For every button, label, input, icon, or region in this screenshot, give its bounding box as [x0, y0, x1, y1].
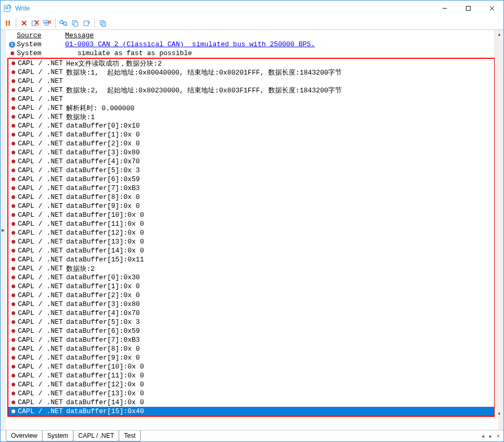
log-row[interactable]: CAPL / .NETdataBuffer[13]:0x 0 [8, 389, 494, 398]
log-row[interactable]: CAPL / .NETdataBuffer[2]:0x 0 [8, 291, 494, 300]
log-row[interactable]: System simulate as fast as possible [7, 49, 495, 58]
log-row[interactable]: iSystem01-0003 CAN 2 (Classical CAN) sim… [7, 40, 495, 49]
log-row[interactable]: CAPL / .NETdataBuffer[8]:0x 0 [8, 193, 494, 202]
log-row[interactable]: CAPL / .NETHex文件读取成功，数据分块:2 [8, 59, 494, 68]
copy-icon[interactable] [70, 18, 80, 28]
export-icon[interactable] [81, 18, 92, 28]
log-row[interactable]: CAPL / .NETdataBuffer[4]:0x70 [8, 309, 494, 318]
clear-group-icon[interactable] [42, 18, 52, 28]
log-row[interactable]: CAPL / .NET数据块:1, 起始地址:0x80040000, 结束地址:… [8, 68, 494, 77]
log-row[interactable]: CAPL / .NETdataBuffer[2]:0x 0 [8, 139, 494, 148]
tab-scroll-right-icon[interactable]: ► [488, 434, 493, 439]
scroll-down-icon[interactable]: ▼ [495, 409, 503, 418]
log-row[interactable]: CAPL / .NET数据块:2, 起始地址:0x80230000, 结束地址:… [8, 86, 494, 94]
tab-overview[interactable]: Overview [6, 430, 43, 441]
row-source: CAPL / .NET [18, 381, 66, 388]
bullet-icon [12, 169, 15, 172]
pause-icon[interactable] [3, 18, 13, 28]
row-message[interactable]: 01-0003 CAN 2 (Classical CAN) simulated … [65, 40, 495, 48]
log-row[interactable]: CAPL / .NETdataBuffer[10]:0x 0 [8, 211, 494, 219]
log-row[interactable]: CAPL / .NET数据块:1 [8, 112, 494, 121]
row-source: CAPL / .NET [18, 68, 66, 76]
log-row[interactable]: CAPL / .NETdataBuffer[14]:0x 0 [8, 398, 494, 407]
log-row[interactable]: CAPL / .NETdataBuffer[15]:0x40 [8, 407, 494, 416]
bullet-icon [12, 311, 15, 315]
log-row[interactable]: CAPL / .NETdataBuffer[11]:0x 0 [8, 219, 494, 228]
row-message: dataBuffer[15]:0x40 [66, 407, 494, 415]
log-row[interactable]: CAPL / .NETdataBuffer[7]:0xB3 [8, 184, 494, 193]
row-message: dataBuffer[9]:0x 0 [66, 202, 494, 210]
row-source: CAPL / .NET [18, 59, 66, 67]
log-row[interactable]: CAPL / .NETdataBuffer[12]:0x 0 [8, 228, 494, 237]
log-row[interactable]: CAPL / .NETdataBuffer[1]:0x 0 [8, 282, 494, 291]
log-row[interactable]: CAPL / .NETdataBuffer[6]:0x59 [8, 327, 494, 335]
tab-scroll-left-icon[interactable]: ◄ [480, 434, 485, 439]
left-gutter[interactable]: ▶ [1, 30, 6, 430]
row-message: dataBuffer[12]:0x 0 [66, 381, 494, 388]
row-source: System [17, 40, 65, 48]
svg-rect-25 [84, 21, 88, 26]
row-source: CAPL / .NET [18, 336, 66, 344]
row-message: 数据块:1 [66, 112, 494, 122]
bullet-icon [10, 51, 14, 55]
bullet-icon [12, 267, 15, 270]
bullet-icon [12, 356, 15, 360]
log-row[interactable]: CAPL / .NETdataBuffer[9]:0x 0 [8, 353, 494, 362]
log-row[interactable]: CAPL / .NETdataBuffer[12]:0x 0 [8, 380, 494, 389]
bullet-icon [12, 374, 15, 377]
tab-test[interactable]: Test [119, 430, 141, 441]
row-message: Hex文件读取成功，数据分块:2 [66, 59, 494, 68]
bullet-icon [12, 204, 15, 208]
log-row[interactable]: CAPL / .NET [8, 94, 494, 103]
log-row[interactable]: CAPL / .NETdataBuffer[0]:0x10 [8, 121, 494, 130]
tab-capl-net[interactable]: CAPL / .NET [73, 430, 119, 441]
row-message: dataBuffer[15]:0x11 [66, 256, 494, 264]
log-row[interactable]: CAPL / .NETdataBuffer[15]:0x11 [8, 255, 494, 264]
log-row[interactable]: CAPL / .NET [8, 77, 494, 86]
row-message: dataBuffer[12]:0x 0 [66, 229, 494, 237]
log-row[interactable]: CAPL / .NETdataBuffer[3]:0x80 [8, 300, 494, 309]
log-row[interactable]: CAPL / .NETdataBuffer[3]:0x80 [8, 148, 494, 157]
log-row[interactable]: CAPL / .NETdataBuffer[11]:0x 0 [8, 371, 494, 380]
vertical-scrollbar[interactable]: ▲ ▼ [495, 30, 503, 418]
settings-icon[interactable] [98, 18, 108, 28]
find-icon[interactable] [58, 18, 69, 28]
log-row[interactable]: CAPL / .NET数据块:2 [8, 264, 494, 273]
clear-all-icon[interactable] [30, 18, 41, 28]
tab-system[interactable]: System [42, 430, 74, 441]
log-row[interactable]: CAPL / .NETdataBuffer[0]:0x30 [8, 273, 494, 282]
row-source: CAPL / .NET [18, 318, 66, 326]
log-row[interactable]: CAPL / .NETdataBuffer[1]:0x 0 [8, 130, 494, 139]
log-row[interactable]: CAPL / .NETdataBuffer[5]:0x 3 [8, 318, 494, 327]
log-row[interactable]: CAPL / .NETdataBuffer[7]:0xB3 [8, 335, 494, 344]
svg-rect-24 [74, 22, 78, 26]
log-row[interactable]: CAPL / .NETdataBuffer[10]:0x 0 [8, 362, 494, 371]
bullet-icon [12, 124, 15, 128]
log-row[interactable]: CAPL / .NETdataBuffer[4]:0x70 [8, 157, 494, 166]
row-message: dataBuffer[5]:0x 3 [66, 166, 494, 174]
log-row[interactable]: CAPL / .NET解析耗时: 0.000000 [8, 103, 494, 112]
log-row[interactable]: CAPL / .NETdataBuffer[6]:0x59 [8, 175, 494, 184]
maximize-button[interactable] [456, 1, 480, 16]
tab-close-icon[interactable]: ✕ [496, 434, 500, 439]
log-row[interactable]: CAPL / .NETdataBuffer[13]:0x 0 [8, 237, 494, 246]
svg-rect-5 [466, 6, 470, 10]
row-source: CAPL / .NET [18, 193, 66, 201]
bullet-icon [12, 392, 15, 395]
row-message: dataBuffer[14]:0x 0 [66, 398, 494, 406]
log-row[interactable]: CAPL / .NETdataBuffer[5]:0x 3 [8, 166, 494, 175]
log-row[interactable]: CAPL / .NETdataBuffer[8]:0x 0 [8, 344, 494, 353]
row-message: 数据块:2, 起始地址:0x80230000, 结束地址:0x803F1FFF,… [66, 86, 494, 95]
titlebar[interactable]: Write [1, 1, 503, 16]
row-source: CAPL / .NET [18, 104, 66, 112]
row-source: CAPL / .NET [18, 327, 66, 335]
row-message: dataBuffer[1]:0x 0 [66, 131, 494, 139]
minimize-button[interactable] [433, 1, 456, 16]
bullet-icon [12, 70, 15, 74]
log-row[interactable]: CAPL / .NETdataBuffer[9]:0x 0 [8, 202, 494, 211]
scroll-up-icon[interactable]: ▲ [495, 30, 503, 39]
delete-icon[interactable] [19, 18, 29, 28]
bullet-icon [12, 79, 15, 83]
log-row[interactable]: CAPL / .NETdataBuffer[14]:0x 0 [8, 246, 494, 255]
close-button[interactable] [480, 1, 503, 16]
